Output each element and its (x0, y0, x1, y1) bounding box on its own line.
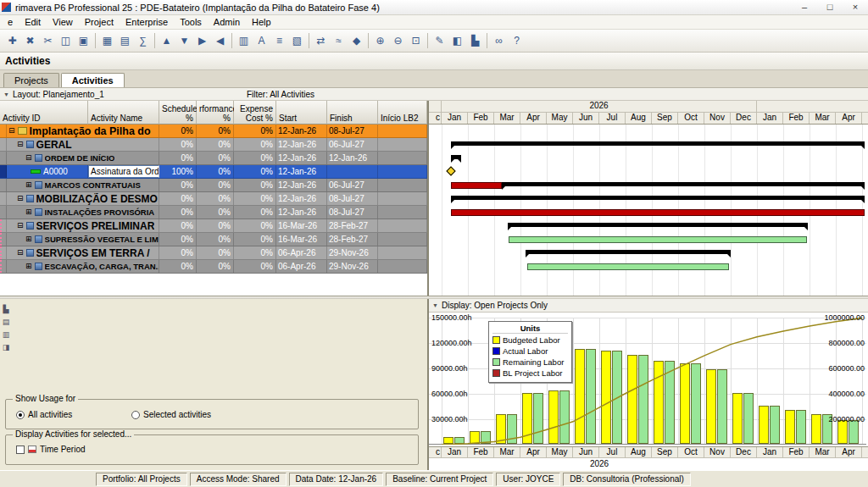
zoom-fit-icon[interactable]: ⊡ (407, 32, 425, 49)
usage-profile-icon[interactable]: ▙ (466, 32, 484, 49)
collapse-icon[interactable]: ⊟ (17, 141, 24, 148)
close-button[interactable]: × (843, 0, 868, 14)
month-label: Mar (810, 113, 836, 124)
gantt-summary-bar[interactable] (526, 250, 731, 254)
column-header-finish[interactable]: Finish (327, 101, 378, 125)
time-period-checkbox[interactable]: Time Period (16, 445, 86, 454)
zoom-out-icon[interactable]: ⊖ (389, 32, 407, 49)
menu-item-help[interactable]: Help (246, 16, 277, 28)
summarize-icon[interactable]: ∑ (134, 32, 152, 49)
paste-icon[interactable]: ▣ (75, 32, 92, 49)
progress-line-icon[interactable]: ≈ (330, 32, 348, 49)
add-row-icon[interactable]: ✚ (3, 32, 21, 49)
table-font-icon[interactable]: A (253, 32, 270, 49)
collapse-icon[interactable]: ⊟ (17, 222, 24, 230)
expand-icon[interactable]: ⊞ (25, 263, 32, 270)
performance-cell: 0% (197, 179, 234, 191)
table-row[interactable]: ⊟ MOBILIZAÇÃO E DESMO 0% 0% 0% 12-Jan-26… (0, 192, 427, 206)
menu-item-admin[interactable]: Admin (208, 16, 246, 28)
gantt-task-bar[interactable] (451, 209, 865, 216)
expand-icon[interactable]: ⊞ (25, 181, 32, 189)
expand-icon[interactable]: ⊞ (25, 235, 32, 243)
help-icon[interactable]: ? (508, 32, 526, 49)
layout-bar[interactable]: ▼ Layout: Planejamento_1 Filter: All Act… (0, 88, 868, 101)
menu-item-file-partial[interactable]: e (2, 16, 19, 28)
column-header-start[interactable]: Start (276, 101, 327, 125)
collapse-icon[interactable]: ⊟ (25, 154, 32, 162)
schedule-icon[interactable]: ▦ (98, 32, 116, 49)
profile-display-bar[interactable]: ▼ Display: Open Projects Only (429, 299, 868, 313)
selected-activities-radio[interactable]: Selected activities (131, 410, 211, 419)
column-header-inicio-lb2[interactable]: Início LB2 (378, 101, 427, 125)
column-header-activity-name[interactable]: Activity Name (88, 101, 159, 125)
group-sort-icon[interactable]: ▧ (288, 32, 306, 49)
table-row[interactable]: ⊞ ESCAVAÇÃO, CARGA, TRAN... 0% 0% 0% 06-… (0, 260, 427, 274)
column-header-activity-id[interactable]: Activity ID (0, 101, 88, 125)
expand-icon[interactable]: ⊞ (25, 208, 32, 216)
gantt-summary-bar[interactable] (502, 182, 865, 186)
link-icon[interactable]: ∞ (490, 32, 508, 49)
gantt-summary-bar[interactable] (451, 141, 865, 146)
table-row[interactable]: ⊟ ORDEM DE INÍCIO 0% 0% 0% 12-Jan-26 12-… (0, 152, 427, 165)
collapse-icon[interactable]: ⊟ (17, 195, 24, 202)
menu-item-enterprise[interactable]: Enterprise (120, 16, 174, 28)
activity-details-icon[interactable]: ◧ (448, 32, 466, 49)
table-row[interactable]: ⊟ SERVIÇOS EM TERRA / 0% 0% 0% 06-Apr-26… (0, 246, 427, 260)
gantt-chart-area[interactable] (429, 125, 868, 296)
move-up-icon[interactable]: ▲ (158, 32, 175, 49)
column-header-expense[interactable]: Expense Cost % (234, 101, 276, 125)
outdent-icon[interactable]: ◀ (211, 32, 229, 49)
tab-projects[interactable]: Projects (3, 73, 59, 87)
level-resources-icon[interactable]: ▤ (116, 32, 134, 49)
table-row[interactable]: ⊟ SERVIÇOS PRELIMINAR 0% 0% 0% 16-Mar-26… (0, 219, 427, 233)
profile-settings-icon[interactable]: ▙ (1, 304, 11, 314)
collapse-icon[interactable]: ⊟ (17, 249, 24, 257)
table-row[interactable]: ⊞ INSTALAÇÕES PROVISÓRIA 0% 0% 0% 12-Jan… (0, 206, 427, 219)
table-row[interactable]: ⊟ GERAL 0% 0% 0% 12-Jan-26 06-Jul-27 (0, 138, 427, 152)
timeline-cut-month: c (429, 113, 442, 124)
filters-icon[interactable]: ≡ (270, 32, 288, 49)
gantt-task-bar[interactable] (509, 236, 807, 243)
menu-item-view[interactable]: View (47, 16, 79, 28)
start-cell: 06-Apr-26 (276, 246, 327, 259)
columns-icon[interactable]: ▥ (235, 32, 253, 49)
gantt-summary-bar[interactable] (451, 196, 865, 200)
table-row[interactable]: ⊞ SUPRESSÃO VEGETAL E LIM 0% 0% 0% 16-Ma… (0, 233, 427, 246)
maximize-button[interactable]: □ (817, 0, 843, 14)
usage-table-icon[interactable]: ▤ (1, 317, 11, 327)
histogram-view-icon[interactable]: ▥ (1, 329, 11, 340)
gantt-task-bar[interactable] (451, 182, 502, 189)
menu-item-tools[interactable]: Tools (174, 16, 208, 28)
activity-name-cell[interactable]: Assinatura da Orde (88, 165, 159, 178)
copy-icon[interactable]: ◫ (57, 32, 75, 49)
gantt-summary-bar[interactable] (451, 155, 461, 159)
gantt-task-bar[interactable] (527, 263, 730, 270)
gantt-row (429, 138, 868, 152)
gantt-timeline-header[interactable]: 2026 c JanFebMarAprMayJunJulAugSepOctNov… (429, 101, 868, 125)
move-down-icon[interactable]: ▼ (175, 32, 193, 49)
gantt-summary-bar[interactable] (508, 223, 809, 227)
panel-options-icon[interactable]: ◨ (1, 342, 11, 352)
indent-icon[interactable]: ▶ (193, 32, 211, 49)
tab-activities[interactable]: Activities (61, 73, 125, 87)
wbs-icon (26, 222, 34, 230)
assign-resources-icon[interactable]: ✎ (431, 32, 448, 49)
table-row-selected[interactable]: A0000 Assinatura da Orde 100% 0% 0% 12-J… (0, 165, 427, 179)
table-row[interactable]: ⊞ MARCOS CONTRATUAIS 0% 0% 0% 12-Jan-26 … (0, 179, 427, 192)
cut-icon[interactable]: ✂ (39, 32, 57, 49)
relationships-icon[interactable]: ⇄ (312, 32, 330, 49)
column-header-performance[interactable]: rformance % (197, 101, 234, 125)
data-date-icon[interactable]: ◆ (348, 32, 365, 49)
gantt-milestone[interactable] (446, 166, 455, 175)
collapse-icon[interactable]: ⊟ (8, 127, 15, 135)
menu-item-project[interactable]: Project (79, 16, 120, 28)
delete-row-icon[interactable]: ✖ (21, 32, 39, 49)
column-header-schedule[interactable]: Schedule % (159, 101, 197, 125)
start-cell: 12-Jan-26 (276, 152, 327, 164)
zoom-in-icon[interactable]: ⊕ (371, 32, 389, 49)
all-activities-radio[interactable]: All activities (16, 410, 72, 419)
month-label: Jun (573, 113, 599, 124)
menu-item-edit[interactable]: Edit (19, 16, 47, 28)
table-row[interactable]: ⊟ Implantação da Pilha do 0% 0% 0% 12-Ja… (0, 125, 427, 138)
minimize-button[interactable]: – (792, 0, 817, 14)
